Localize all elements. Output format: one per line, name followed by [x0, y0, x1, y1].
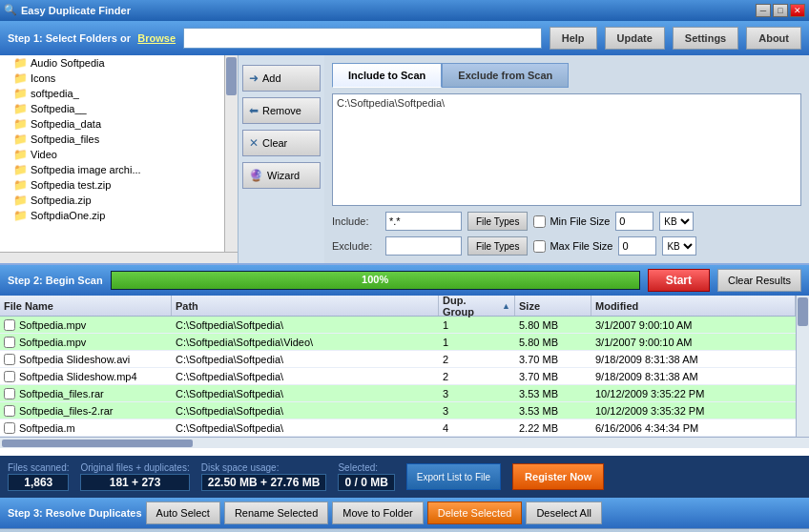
include-label: Include:: [332, 215, 380, 227]
cell-size: 3.53 MB: [515, 404, 591, 418]
sort-arrow-icon: ▲: [502, 301, 510, 311]
clear-results-button[interactable]: Clear Results: [717, 269, 801, 292]
remove-button[interactable]: ⬅ Remove: [242, 97, 321, 124]
tree-item[interactable]: 📁Video: [0, 147, 238, 162]
min-size-checkbox[interactable]: [533, 215, 546, 228]
include-file-types-btn[interactable]: File Types: [467, 212, 528, 231]
scan-paths-list: C:\Softpedia\Softpedia\: [332, 93, 801, 206]
exclude-file-types-btn[interactable]: File Types: [467, 236, 528, 256]
table-vscroll[interactable]: [796, 296, 809, 437]
table-hscroll[interactable]: [0, 437, 809, 448]
cell-size: 3.70 MB: [515, 370, 591, 383]
app-title: Easy Duplicate Finder: [21, 5, 756, 16]
deselect-all-button[interactable]: Deselect All: [526, 501, 601, 524]
include-input[interactable]: [385, 212, 462, 231]
folder-tree-scroll[interactable]: 📁Audio Softpedia📁Icons📁softpedia_📁Softpe…: [0, 55, 238, 263]
exclude-scan-tab[interactable]: Exclude from Scan: [442, 63, 569, 88]
maximize-button[interactable]: □: [773, 4, 788, 17]
tree-item[interactable]: 📁Softpedia_files: [0, 132, 238, 147]
delete-selected-button[interactable]: Delete Selected: [427, 501, 523, 524]
col-path[interactable]: Path: [172, 296, 439, 316]
table-row[interactable]: Softpedia.mpv C:\Softpedia\Softpedia\Vid…: [0, 334, 796, 351]
row-checkbox[interactable]: [4, 388, 15, 399]
step2-label: Step 2: Begin Scan: [8, 274, 103, 287]
progress-text: 100%: [112, 274, 639, 285]
folder-icon: 📁: [13, 72, 28, 85]
exclude-input[interactable]: [385, 236, 462, 256]
tree-item[interactable]: 📁Softpedia test.zip: [0, 177, 238, 193]
cell-path: C:\Softpedia\Softpedia\Video\: [172, 336, 439, 349]
export-list-button[interactable]: Export List to File: [406, 463, 501, 490]
max-size-input[interactable]: [618, 236, 656, 256]
help-button[interactable]: Help: [550, 27, 597, 50]
cell-path: C:\Softpedia\Softpedia\: [172, 318, 439, 332]
cell-filename: Softpedia.mpv: [0, 318, 172, 332]
min-size-unit[interactable]: KB: [659, 212, 694, 231]
cell-dupgroup: 3: [439, 387, 515, 400]
tree-item[interactable]: 📁Softpedia__: [0, 101, 238, 116]
results-area: File Name Path Dup. Group ▲ Size Modifie…: [0, 296, 809, 456]
include-scan-tab[interactable]: Include to Scan: [332, 63, 442, 88]
table-row[interactable]: Softpedia_files-2.rar C:\Softpedia\Softp…: [0, 402, 796, 419]
row-checkbox[interactable]: [4, 371, 15, 382]
disk-label: Disk space usage:: [201, 462, 327, 473]
table-row[interactable]: Softpedia Slideshow.avi C:\Softpedia\Sof…: [0, 351, 796, 368]
table-row[interactable]: Softpedia_files.rar C:\Softpedia\Softped…: [0, 385, 796, 402]
about-button[interactable]: About: [746, 27, 801, 50]
min-size-input[interactable]: [615, 212, 653, 231]
tree-item[interactable]: 📁Icons: [0, 71, 238, 86]
disk-usage-group: Disk space usage: 22.50 MB + 27.76 MB: [201, 462, 327, 491]
tree-item[interactable]: 📁Softpedia.zip: [0, 193, 238, 208]
cell-filename: Softpedia.mpv: [0, 336, 172, 349]
add-button[interactable]: ➜ Add: [242, 65, 321, 92]
main-area: 📁Audio Softpedia📁Icons📁softpedia_📁Softpe…: [0, 55, 809, 265]
folder-icon: 📁: [13, 194, 28, 207]
register-now-button[interactable]: Register Now: [512, 463, 604, 490]
tree-hscroll[interactable]: [0, 252, 238, 263]
tree-item[interactable]: 📁Audio Softpedia: [0, 55, 238, 71]
browse-link[interactable]: Browse: [137, 32, 176, 44]
col-filename[interactable]: File Name: [0, 296, 172, 316]
minimize-button[interactable]: ─: [756, 4, 771, 17]
update-button[interactable]: Update: [605, 27, 665, 50]
exclude-label: Exclude:: [332, 240, 380, 252]
table-row[interactable]: Softpedia Slideshow.mp4 C:\Softpedia\Sof…: [0, 368, 796, 385]
cell-modified: 10/12/2009 3:35:22 PM: [591, 387, 796, 400]
start-button[interactable]: Start: [648, 269, 710, 292]
col-size[interactable]: Size: [515, 296, 591, 316]
table-row[interactable]: Softpedia.m C:\Softpedia\Softpedia\ 4 2.…: [0, 419, 796, 437]
files-scanned-value: 1,863: [8, 474, 69, 491]
wizard-button[interactable]: 🔮 Wizard: [242, 162, 321, 189]
selected-value: 0 / 0 MB: [338, 474, 394, 491]
auto-select-button[interactable]: Auto Select: [146, 501, 220, 524]
status-bar: Version: 3.2.0.13 00:00:00 Status: Searc…: [0, 528, 809, 532]
col-dupgroup[interactable]: Dup. Group ▲: [439, 296, 515, 316]
table-header: File Name Path Dup. Group ▲ Size Modifie…: [0, 296, 796, 317]
close-button[interactable]: ✕: [790, 4, 805, 17]
clear-button[interactable]: ✕ Clear: [242, 130, 321, 156]
row-checkbox[interactable]: [4, 405, 15, 417]
move-to-folder-button[interactable]: Move to Folder: [332, 501, 423, 524]
tree-item[interactable]: 📁SoftpdiaOne.zip: [0, 208, 238, 223]
step3-bar: Step 3: Resolve Duplicates Auto Select R…: [0, 498, 809, 528]
cell-filename: Softpedia Slideshow.mp4: [0, 370, 172, 383]
tree-item[interactable]: 📁Softpedia image archi...: [0, 162, 238, 177]
add-icon: ➜: [249, 72, 259, 85]
cell-dupgroup: 3: [439, 404, 515, 418]
row-checkbox[interactable]: [4, 422, 15, 434]
max-size-checkbox[interactable]: [533, 240, 546, 253]
max-size-unit[interactable]: KB: [662, 236, 696, 256]
cell-modified: 9/18/2009 8:31:38 AM: [591, 370, 796, 383]
row-checkbox[interactable]: [4, 337, 15, 348]
path-input[interactable]: [183, 28, 542, 49]
row-checkbox[interactable]: [4, 354, 15, 365]
col-modified[interactable]: Modified: [591, 296, 796, 316]
row-checkbox[interactable]: [4, 319, 15, 331]
table-row[interactable]: Softpedia.mpv C:\Softpedia\Softpedia\ 1 …: [0, 317, 796, 334]
step1-bar: Step 1: Select Folders or Browse Help Up…: [0, 21, 809, 55]
tree-vscroll[interactable]: [224, 55, 238, 252]
rename-selected-button[interactable]: Rename Selected: [224, 501, 328, 524]
tree-item[interactable]: 📁softpedia_: [0, 86, 238, 101]
settings-button[interactable]: Settings: [673, 27, 738, 50]
tree-item[interactable]: 📁Softpedia_data: [0, 116, 238, 132]
